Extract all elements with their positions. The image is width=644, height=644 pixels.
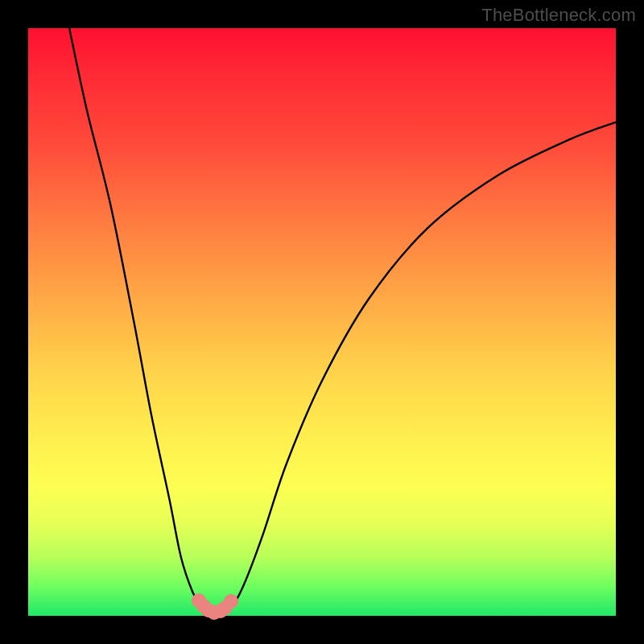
chart-frame: TheBottleneck.com — [0, 0, 644, 644]
marker-layer — [28, 28, 616, 616]
watermark-text: TheBottleneck.com — [481, 5, 636, 26]
marker-dot — [224, 594, 238, 609]
plot-area — [28, 28, 616, 616]
